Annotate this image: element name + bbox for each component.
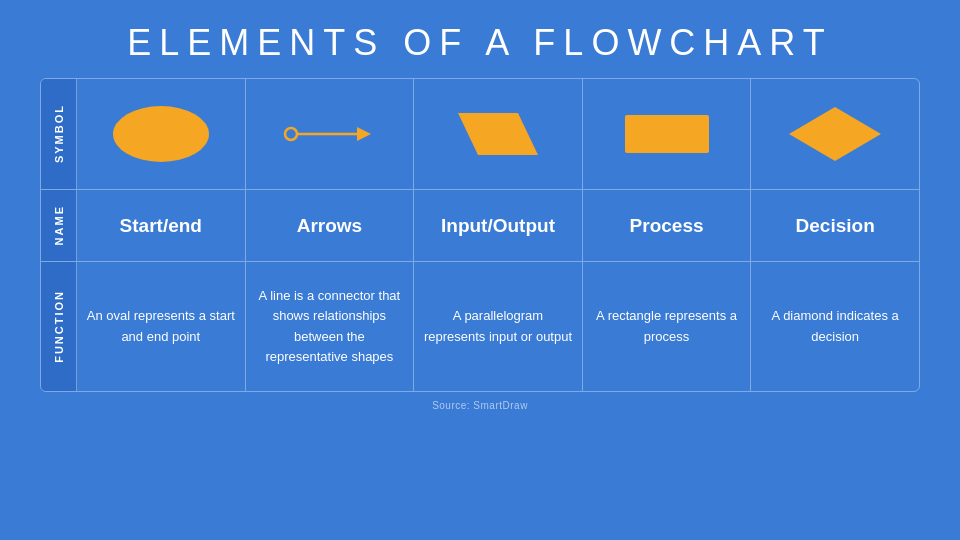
- svg-point-0: [113, 106, 209, 162]
- symbol-arrows: [246, 79, 415, 189]
- name-arrows: Arrows: [246, 190, 415, 261]
- symbol-row-label: SYMBOL: [41, 79, 77, 189]
- flowchart-table: SYMBOL: [40, 78, 920, 392]
- function-arrows: A line is a connector that shows relatio…: [246, 262, 415, 391]
- function-start-end: An oval represents a start and end point: [77, 262, 246, 391]
- svg-point-1: [285, 128, 297, 140]
- function-row: FUNCTION An oval represents a start and …: [41, 261, 919, 391]
- source-label: Source: SmartDraw: [432, 400, 528, 411]
- symbol-decision: [751, 79, 919, 189]
- function-input-output: A parallelogram represents input or outp…: [414, 262, 583, 391]
- name-input-output: Input/Output: [414, 190, 583, 261]
- name-start-end: Start/end: [77, 190, 246, 261]
- svg-marker-4: [458, 113, 538, 155]
- name-process: Process: [583, 190, 752, 261]
- symbol-input-output: [414, 79, 583, 189]
- function-process: A rectangle represents a process: [583, 262, 752, 391]
- name-decision: Decision: [751, 190, 919, 261]
- function-decision: A diamond indicates a decision: [751, 262, 919, 391]
- svg-rect-5: [625, 115, 709, 153]
- name-row-label: NAME: [41, 190, 77, 261]
- function-cells: An oval represents a start and end point…: [77, 262, 919, 391]
- name-cells: Start/end Arrows Input/Output Process De…: [77, 190, 919, 261]
- svg-marker-3: [357, 127, 371, 141]
- name-row: NAME Start/end Arrows Input/Output Proce…: [41, 189, 919, 261]
- function-row-label: FUNCTION: [41, 262, 77, 391]
- symbol-process: [583, 79, 752, 189]
- svg-marker-6: [789, 107, 881, 161]
- page-title: ELEMENTS OF A FLOWCHART: [127, 22, 832, 64]
- symbol-cells: [77, 79, 919, 189]
- symbol-start-end: [77, 79, 246, 189]
- symbol-row: SYMBOL: [41, 79, 919, 189]
